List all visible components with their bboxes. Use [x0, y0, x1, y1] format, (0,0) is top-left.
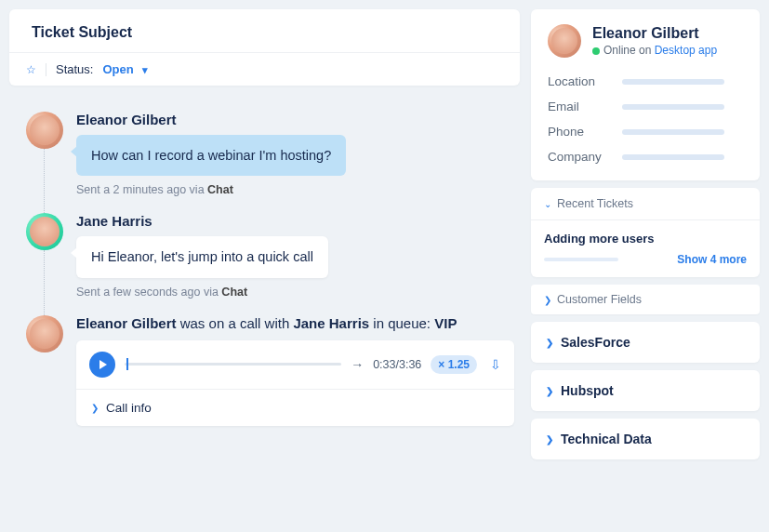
avatar: [26, 315, 63, 352]
chevron-right-icon: ❯: [544, 295, 551, 305]
meta-channel: Chat: [221, 286, 247, 299]
seek-track[interactable]: [125, 363, 341, 366]
call-phrase-tail: in queue:: [369, 315, 434, 331]
section-label: Technical Data: [561, 432, 652, 446]
avatar: [26, 112, 63, 149]
status-app-link[interactable]: Desktop app: [655, 44, 717, 57]
message-item: Jane Harris Hi Eleanor, let's jump into …: [26, 213, 514, 314]
panel-title: Recent Tickets: [557, 197, 633, 210]
field-placeholder: [622, 104, 724, 110]
call-event-summary: Eleanor Gilbert was on a call with Jane …: [76, 315, 514, 331]
call-recording-card: → 0:33/3:36 × 1.25 ⇩ ❯ Call info: [76, 340, 514, 426]
recent-tickets-panel: ⌄ Recent Tickets Adding more users Show …: [531, 188, 760, 277]
time-display: 0:33/3:36: [373, 358, 421, 371]
call-phrase: was on a call with: [177, 315, 294, 331]
meta-text: Sent a few seconds ago via: [76, 286, 221, 299]
message-author: Jane Harris: [76, 213, 514, 229]
star-icon[interactable]: ☆: [26, 63, 36, 76]
call-info-toggle[interactable]: ❯ Call info: [76, 389, 514, 426]
panel-title: Customer Fields: [557, 293, 642, 306]
customer-fields-header[interactable]: ❯ Customer Fields: [531, 285, 760, 314]
chevron-down-icon: ▾: [142, 64, 148, 75]
integration-hubspot[interactable]: ❯ Hubspot: [531, 370, 760, 411]
field-placeholder: [622, 79, 724, 85]
chevron-right-icon: ❯: [546, 386, 553, 396]
message-author: Eleanor Gilbert: [76, 112, 514, 127]
call-queue: VIP: [434, 315, 457, 331]
ticket-subject: Ticket Subject: [9, 9, 520, 52]
ticket-meta-placeholder: [544, 258, 618, 261]
integration-salesforce[interactable]: ❯ SalesForce: [531, 322, 760, 363]
meta-text: Sent a 2 minutes ago via: [76, 183, 207, 196]
conversation-thread: Eleanor Gilbert How can I record a webin…: [9, 99, 520, 452]
customer-profile: Eleanor Gilbert Online on Desktop app Lo…: [531, 9, 760, 180]
recent-tickets-header[interactable]: ⌄ Recent Tickets: [531, 188, 760, 220]
message-meta: Sent a few seconds ago via Chat: [76, 286, 514, 299]
call-event: Eleanor Gilbert was on a call with Jane …: [26, 315, 514, 443]
field-company: Company: [548, 150, 743, 164]
integration-technical-data[interactable]: ❯ Technical Data: [531, 419, 760, 459]
field-location: Location: [548, 74, 743, 88]
avatar: [548, 24, 581, 58]
play-button[interactable]: [89, 352, 115, 378]
playback-speed[interactable]: × 1.25: [431, 355, 477, 374]
play-icon: [99, 360, 107, 369]
status-bar: ☆ Status: Open ▾: [9, 52, 520, 86]
field-label: Company: [548, 150, 609, 164]
message-bubble: Hi Eleanor, let's jump into a quick call: [76, 236, 328, 277]
call-agent: Jane Harris: [293, 315, 369, 331]
status-label: Status:: [56, 62, 93, 76]
status-dropdown[interactable]: Open ▾: [102, 62, 148, 76]
avatar: [26, 213, 63, 250]
recent-ticket-item[interactable]: Adding more users: [544, 232, 747, 246]
section-label: SalesForce: [561, 335, 630, 350]
online-indicator-icon: [592, 47, 600, 55]
audio-player: → 0:33/3:36 × 1.25 ⇩: [76, 340, 514, 389]
ticket-header: Ticket Subject ☆ Status: Open ▾: [9, 9, 520, 86]
field-phone: Phone: [548, 125, 743, 139]
field-label: Location: [548, 74, 609, 88]
profile-status: Online on Desktop app: [592, 44, 717, 57]
status-text: Online on: [603, 44, 655, 57]
field-label: Phone: [548, 125, 609, 139]
show-more-link[interactable]: Show 4 more: [677, 253, 747, 266]
playhead: [126, 358, 128, 370]
field-email: Email: [548, 100, 743, 113]
message-bubble: How can I record a webinar I'm hosting?: [76, 135, 346, 176]
download-icon[interactable]: ⇩: [490, 357, 501, 372]
chevron-down-icon: ⌄: [544, 199, 551, 209]
call-subject: Eleanor Gilbert: [76, 315, 177, 331]
status-value: Open: [102, 62, 133, 76]
message-item: Eleanor Gilbert How can I record a webin…: [26, 112, 514, 213]
message-meta: Sent a 2 minutes ago via Chat: [76, 183, 514, 196]
call-info-label: Call info: [106, 401, 152, 415]
profile-name: Eleanor Gilbert: [592, 25, 717, 42]
field-placeholder: [622, 154, 724, 160]
chevron-right-icon: ❯: [546, 338, 553, 348]
chevron-right-icon: ❯: [91, 403, 99, 413]
field-placeholder: [622, 129, 724, 135]
meta-channel: Chat: [207, 183, 233, 196]
field-label: Email: [548, 100, 609, 113]
chevron-right-icon: ❯: [546, 434, 553, 445]
section-label: Hubspot: [561, 383, 614, 398]
divider: [46, 63, 46, 76]
skip-forward-icon[interactable]: →: [351, 357, 364, 372]
